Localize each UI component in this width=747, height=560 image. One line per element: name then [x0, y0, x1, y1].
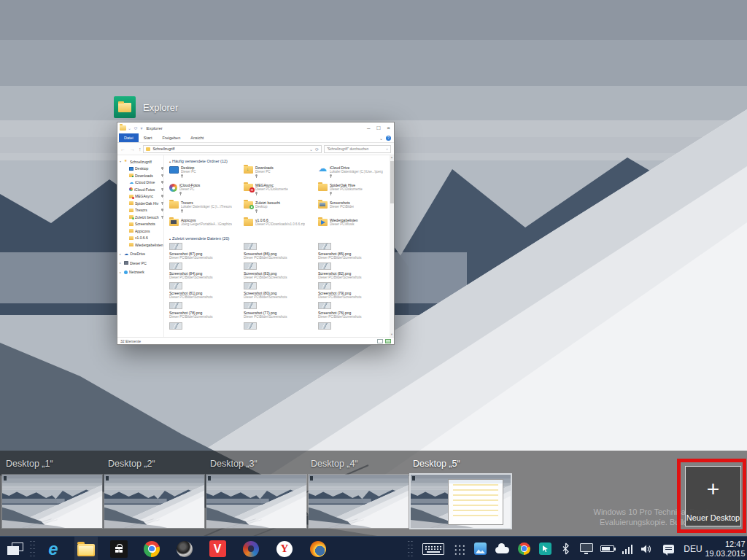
folder-tile[interactable]: ScreenshotsDieser PC\Bilder	[318, 201, 388, 215]
windows-store-icon[interactable]	[109, 537, 128, 560]
scroll-down-icon[interactable]: ▼	[390, 332, 394, 337]
ribbon-collapse-icon[interactable]: ⌄	[379, 136, 383, 141]
sidebar-item-tresors[interactable]: Tresors	[120, 207, 163, 214]
desktop-3-thumbnail[interactable]	[206, 475, 306, 528]
task-view-button[interactable]	[6, 537, 25, 560]
yandex-browser-icon[interactable]: Y	[276, 537, 293, 560]
file-item[interactable]: Screenshot (84).pngDieser PC\Bilder\Scre…	[169, 262, 239, 280]
file-item[interactable]: Screenshot (79).pngDieser PC\Bilder\Scre…	[318, 282, 388, 300]
help-icon[interactable]: ?	[386, 136, 391, 141]
file-item[interactable]: Screenshot (83).pngDieser PC\Bilder\Scre…	[244, 262, 314, 280]
network-signal-icon[interactable]	[621, 537, 634, 560]
sidebar-item-icloud-drive[interactable]: iCloud Drive	[120, 179, 163, 187]
cloud-tray-icon[interactable]	[495, 537, 510, 560]
display-tray-icon[interactable]	[578, 537, 594, 560]
file-item[interactable]: Screenshot (81).pngDieser PC\Bilder\Scre…	[169, 282, 239, 300]
photos-tray-icon[interactable]	[473, 537, 487, 560]
file-item-partial[interactable]	[318, 322, 388, 337]
address-box[interactable]: Schnellzugriff ⌄ ⟳	[143, 145, 322, 153]
section-header-files[interactable]: ▴Zuletzt verwendete Dateien (20)	[169, 236, 388, 241]
scroll-up-icon[interactable]: ▲	[390, 155, 394, 160]
sidebar-item-appicons[interactable]: Appicons	[120, 228, 163, 235]
sidebar-item-downloads[interactable]: Downloads	[120, 172, 163, 179]
desktop-4-thumbnail[interactable]	[309, 475, 409, 528]
file-item[interactable]: Screenshot (77).pngDieser PC\Bilder\Scre…	[244, 302, 314, 319]
folder-tile[interactable]: DownloadsDieser PC	[244, 166, 314, 180]
file-item[interactable]: Screenshot (87).pngDieser PC\Bilder\Scre…	[169, 243, 239, 260]
folder-tile[interactable]: iCloud DriveLokaler Datenträger (C:)\Use…	[318, 166, 388, 180]
sidebar-item-zuletzt-besucht[interactable]: Zuletzt besuch	[120, 214, 163, 221]
file-item[interactable]: Screenshot (82).pngDieser PC\Bilder\Scre…	[318, 262, 388, 280]
tab-start[interactable]: Start	[139, 133, 158, 142]
folder-tile[interactable]: SpiderOak HiveDieser PC\Dokumente	[318, 183, 388, 198]
clock[interactable]: 12:47 19.03.2015	[705, 537, 746, 560]
thumbnail-view-icon[interactable]	[385, 339, 391, 343]
chrome-icon[interactable]	[143, 537, 160, 560]
file-item[interactable]: Screenshot (86).pngDieser PC\Bilder\Scre…	[244, 243, 314, 260]
file-explorer-icon[interactable]	[76, 537, 96, 560]
scroll-thumb[interactable]	[390, 161, 394, 203]
sidebar-item-desktop[interactable]: Desktop	[120, 166, 163, 173]
folder-tile[interactable]: v1.0.6.6Dieser PC\Downloads\v1.0.6.6.zip	[244, 218, 314, 233]
back-forward-icons[interactable]: ← →	[120, 147, 136, 152]
folder-tile[interactable]: WiedergabelistenDieser PC\Musik	[318, 218, 388, 233]
scrollbar[interactable]: ▲ ▼	[390, 155, 394, 337]
desktop-5-thumbnail[interactable]	[411, 475, 511, 528]
sidebar-item-screenshots[interactable]: Screenshots	[120, 221, 163, 228]
sidebar-item-megasync[interactable]: MEGAsync	[120, 193, 163, 201]
maximize-button[interactable]: □	[376, 125, 380, 131]
quick-access-toolbar[interactable]: ⌄ ⟳ ▾	[128, 125, 143, 131]
sidebar-item-schnellzugriff[interactable]: ▾Schnellzugriff	[120, 158, 163, 166]
swirl-browser-icon[interactable]	[242, 537, 260, 560]
sidebar-item-spideroak[interactable]: SpiderOak Hiv	[120, 200, 163, 207]
folder-tile[interactable]: AppiconsJoerg Geiger\PortableA...\Graphi…	[169, 218, 239, 233]
address-dropdown-icon[interactable]: ⌄	[309, 147, 313, 152]
tab-datei[interactable]: Datei	[119, 133, 139, 142]
battery-icon[interactable]	[599, 537, 616, 560]
file-item-partial[interactable]	[244, 322, 314, 337]
app-grid-tray-icon[interactable]	[452, 537, 465, 560]
folder-tile[interactable]: DesktopDieser PC	[169, 166, 239, 180]
sidebar-item-v1066[interactable]: v1.0.6.6	[120, 235, 163, 242]
folder-tile[interactable]: Zuletzt besuchtDesktop	[244, 201, 314, 215]
tab-freigeben[interactable]: Freigeben	[157, 133, 185, 142]
bluetooth-icon[interactable]	[560, 537, 570, 560]
details-view-icon[interactable]	[377, 339, 383, 343]
taskbar-grip[interactable]	[29, 540, 36, 557]
file-item[interactable]: Screenshot (76).pngDieser PC\Bilder\Scre…	[318, 302, 388, 319]
folder-tile[interactable]: MEGAsyncDieser PC\Dokumente	[244, 183, 314, 198]
silver-circle-browser-icon[interactable]	[176, 537, 193, 560]
firefox-icon[interactable]	[309, 537, 327, 560]
folder-tile[interactable]: TresorsLokaler Datenträger (C:)\...\Tres…	[169, 201, 239, 215]
touch-keyboard-icon[interactable]	[422, 537, 445, 560]
action-center-icon[interactable]	[661, 537, 676, 560]
taskbar-grip[interactable]	[407, 540, 414, 557]
sidebar-item-onedrive[interactable]: ▸OneDrive	[120, 251, 163, 258]
pointer-tray-icon[interactable]	[538, 537, 552, 560]
folder-tile[interactable]: iCloud-FotosDieser PC	[169, 183, 239, 198]
sidebar-item-dieser-pc[interactable]: ▸Dieser PC	[120, 260, 163, 267]
internet-explorer-icon[interactable]: e	[44, 537, 63, 560]
chrome-tray-icon[interactable]	[517, 537, 531, 560]
minimize-button[interactable]: –	[367, 125, 370, 131]
desktop-2-thumbnail[interactable]	[104, 475, 204, 528]
close-button[interactable]: ×	[387, 125, 390, 131]
section-header-folders[interactable]: ▴Häufig verwendete Ordner (12)	[169, 159, 388, 163]
file-item[interactable]: Screenshot (85).pngDieser PC\Bilder\Scre…	[318, 243, 388, 260]
language-indicator[interactable]: DEU	[681, 537, 705, 560]
sidebar-item-wiedergabelisten[interactable]: Wiedergabelisten	[120, 241, 163, 249]
refresh-icon[interactable]: ⟳	[315, 147, 319, 152]
sidebar-item-netzwerk[interactable]: ▸Netzwerk	[120, 269, 163, 276]
file-item[interactable]: Screenshot (78).pngDieser PC\Bilder\Scre…	[169, 302, 239, 319]
file-item[interactable]: Screenshot (80).pngDieser PC\Bilder\Scre…	[244, 282, 314, 300]
explorer-titlebar[interactable]: ⌄ ⟳ ▾ Explorer – □ ×	[117, 122, 394, 133]
tab-ansicht[interactable]: Ansicht	[185, 133, 209, 142]
file-item-partial[interactable]	[169, 322, 239, 337]
sidebar-item-icloud-fotos[interactable]: iCloud-Fotos	[120, 186, 163, 193]
search-input[interactable]	[327, 147, 386, 151]
search-box[interactable]: ⌕	[324, 145, 391, 153]
explorer-window-preview[interactable]: ⌄ ⟳ ▾ Explorer – □ × Datei Start Freigeb…	[117, 122, 395, 345]
desktop-1-thumbnail[interactable]	[2, 475, 102, 528]
vivaldi-icon[interactable]: V	[209, 537, 226, 560]
up-icon[interactable]: ↑	[139, 147, 142, 152]
